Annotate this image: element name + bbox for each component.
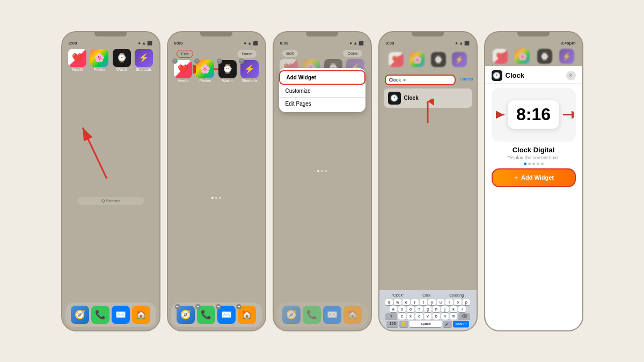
page-dot-3 xyxy=(219,197,221,199)
search-input-box[interactable]: Clock ● xyxy=(385,75,456,85)
add-widget-button[interactable]: ＋ Add Widget xyxy=(492,168,576,187)
search-bar-1[interactable]: Q Search xyxy=(77,197,144,205)
delete-watch[interactable]: − xyxy=(217,58,222,64)
app-photos[interactable]: 🌸 xyxy=(90,49,108,67)
delete-photos[interactable]: − xyxy=(194,58,200,64)
delete-shortcuts[interactable]: − xyxy=(239,58,244,64)
app-photos-wrapper: 🌸 Photos xyxy=(90,49,108,71)
dock-home[interactable]: 🏠 xyxy=(132,306,150,324)
key-p[interactable]: p xyxy=(463,299,470,305)
sugg-3[interactable]: Clocking xyxy=(449,293,464,297)
key-space[interactable]: space xyxy=(409,321,442,327)
key-x[interactable]: x xyxy=(407,313,414,320)
key-q[interactable]: q xyxy=(385,299,393,305)
bg-p5: 🌸 xyxy=(515,49,530,64)
app-health[interactable]: ❤️ xyxy=(68,49,86,67)
edit-button[interactable]: Edit xyxy=(177,50,194,58)
key-emoji[interactable]: 🙂 xyxy=(399,321,408,327)
wp-close-button[interactable]: × xyxy=(566,71,576,80)
signal-4: ● ▲ ⬛ xyxy=(455,41,470,46)
key-i[interactable]: i xyxy=(445,299,453,305)
widget-picker-header: 🕐 Clock × xyxy=(485,66,582,84)
key-a[interactable]: a xyxy=(390,306,397,312)
key-l[interactable]: l xyxy=(458,306,466,312)
arrow-left-icon[interactable] xyxy=(494,108,507,121)
d-h2[interactable]: − xyxy=(236,304,241,309)
key-t[interactable]: t xyxy=(420,299,427,305)
key-y[interactable]: y xyxy=(428,299,436,305)
dock-safari-3[interactable]: 🧭 xyxy=(282,306,301,324)
menu-edit-pages[interactable]: Edit Pages xyxy=(279,98,365,110)
key-s[interactable]: s xyxy=(398,306,406,312)
context-menu: Add Widget Customize Edit Pages xyxy=(279,68,365,112)
dot-2 xyxy=(528,162,531,165)
dock-mail-2[interactable]: −✉️ xyxy=(217,306,236,324)
widget-title-label: Clock Digital xyxy=(485,146,582,154)
key-h[interactable]: h xyxy=(433,306,440,312)
dock-mail[interactable]: ✉️ xyxy=(112,306,130,324)
key-z[interactable]: z xyxy=(398,313,406,320)
clear-icon[interactable]: ● xyxy=(403,77,406,83)
key-g[interactable]: g xyxy=(424,306,431,312)
signal-1: ● ▲ ⬛ xyxy=(138,41,152,46)
key-f[interactable]: f xyxy=(415,306,423,312)
key-r[interactable]: r xyxy=(411,299,419,305)
key-e[interactable]: e xyxy=(402,299,410,305)
d-p2[interactable]: − xyxy=(195,304,201,309)
search-value: Clock xyxy=(389,77,401,83)
key-delete[interactable]: ⌫ xyxy=(458,313,470,320)
result-area: 🕐 Clock xyxy=(382,88,474,108)
key-123[interactable]: 123 xyxy=(386,321,398,327)
dock-phone[interactable]: 📞 xyxy=(91,306,109,324)
key-b[interactable]: b xyxy=(433,313,440,320)
key-v[interactable]: v xyxy=(424,313,431,320)
d-s2[interactable]: − xyxy=(175,304,180,309)
d-m2[interactable]: − xyxy=(216,304,221,309)
key-o[interactable]: o xyxy=(454,299,462,305)
notch2 xyxy=(200,32,232,36)
app-health-2[interactable]: − ❤️ xyxy=(174,60,192,78)
menu-add-widget[interactable]: Add Widget xyxy=(279,70,365,85)
key-d[interactable]: d xyxy=(407,306,414,312)
key-m[interactable]: m xyxy=(450,313,457,320)
sugg-1[interactable]: "Clock" xyxy=(392,293,404,297)
key-n[interactable]: n xyxy=(441,313,449,320)
dock-home-2[interactable]: −🏠 xyxy=(238,306,256,324)
app-watch-label: Watch xyxy=(116,68,127,71)
app-photos-2[interactable]: − 🌸 xyxy=(196,60,214,78)
done-button[interactable]: Done xyxy=(237,50,256,58)
dock-1: 🧭 📞 ✉️ 🏠 xyxy=(65,302,156,327)
dock-phone-3[interactable]: 📞 xyxy=(303,306,321,324)
pg3-dot1 xyxy=(317,170,319,172)
key-c[interactable]: c xyxy=(415,313,423,320)
arrow-right-icon[interactable] xyxy=(561,108,574,121)
app-photos-2-label: Photos xyxy=(199,79,211,83)
dock-safari-2[interactable]: −🧭 xyxy=(177,306,195,324)
page-dots-3 xyxy=(278,170,367,172)
key-j[interactable]: j xyxy=(441,306,449,312)
key-shift[interactable]: ⇧ xyxy=(385,313,397,320)
dock-phone-2[interactable]: −📞 xyxy=(197,306,215,324)
key-search[interactable]: search xyxy=(453,321,469,327)
page-dot-1 xyxy=(211,197,214,199)
sugg-2[interactable]: Click xyxy=(422,293,430,297)
key-w[interactable]: w xyxy=(394,299,401,305)
app-watch[interactable]: ⌚ xyxy=(113,49,131,67)
app-shortcuts-2[interactable]: − ⚡ xyxy=(240,60,259,78)
signal-3: ● ▲ ⬛ xyxy=(349,41,364,46)
dock-mail-3[interactable]: ✉️ xyxy=(323,306,341,324)
dock-safari[interactable]: 🧭 xyxy=(71,306,89,324)
dock-home-3[interactable]: 🏠 xyxy=(343,306,362,324)
pg3-dot2 xyxy=(321,170,323,172)
key-mic[interactable]: 🎤 xyxy=(443,321,452,327)
cancel-button-4[interactable]: Cancel xyxy=(460,77,473,82)
key-u[interactable]: u xyxy=(437,299,444,305)
done-button-3[interactable]: Done xyxy=(343,50,362,57)
key-k[interactable]: k xyxy=(450,306,457,312)
menu-customize[interactable]: Customize xyxy=(279,85,365,98)
screen3-content: Edit Done ❤️ 🌸 ⌚ ⚡ Add Widget Customize … xyxy=(274,47,371,300)
delete-health[interactable]: − xyxy=(172,58,178,64)
app-shortcuts[interactable]: ⚡ xyxy=(135,49,153,67)
app-watch-2[interactable]: − ⌚ xyxy=(218,60,237,78)
edit-button-3[interactable]: Edit xyxy=(282,50,298,57)
